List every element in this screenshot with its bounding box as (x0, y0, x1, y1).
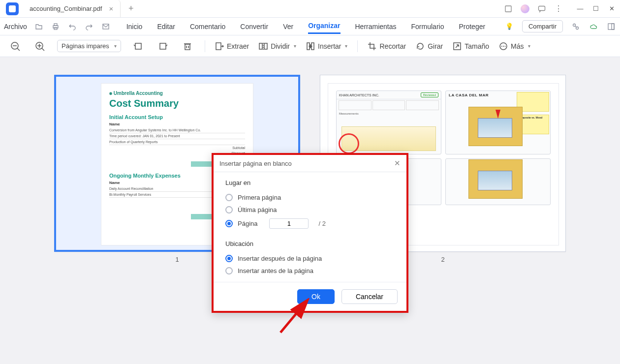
crop-button[interactable]: Recortar (368, 42, 406, 51)
p1-title: Cost Summary (109, 98, 245, 109)
app-icon (6, 2, 19, 15)
section-location: Ubicación (225, 240, 395, 247)
red-arrow-annotation (496, 110, 500, 119)
print-icon[interactable] (51, 22, 61, 31)
radio-icon-checked (225, 220, 233, 227)
mail-icon[interactable] (101, 22, 111, 31)
titlebar: accounting_Combinar.pdf × + ⋮ — ☐ ✕ (0, 0, 620, 18)
link-icon[interactable] (571, 22, 581, 31)
svg-point-6 (573, 24, 576, 26)
undo-icon[interactable] (67, 22, 77, 31)
document-tab[interactable]: accounting_Combinar.pdf × (23, 0, 121, 17)
workspace: ⎈ Umbrella Accounting Cost Summary Initi… (0, 57, 620, 364)
menu-ver[interactable]: Ver (283, 20, 293, 33)
svg-rect-8 (608, 24, 614, 30)
menu-convertir[interactable]: Convertir (240, 20, 268, 33)
radio-page-number[interactable]: Página / 2 (225, 216, 395, 231)
menu-items: Inicio Editar Comentario Convertir Ver O… (126, 19, 502, 34)
extract-button[interactable]: Extraer (215, 42, 249, 51)
svg-rect-18 (160, 43, 166, 49)
ok-button[interactable]: Ok (297, 289, 335, 304)
svg-rect-0 (505, 6, 511, 12)
svg-point-7 (576, 27, 579, 29)
svg-rect-25 (264, 43, 267, 49)
radio-insert-before[interactable]: Insertar antes de la página (225, 265, 395, 277)
insert-blank-page-dialog: Insertar página en blanco ✕ Lugar en Pri… (212, 153, 408, 313)
minimize-button[interactable]: — (576, 4, 585, 13)
p1-sub1: Initial Account Setup (109, 114, 245, 120)
menu-comentario[interactable]: Comentario (190, 20, 225, 33)
radio-icon (225, 206, 233, 213)
menu-formulario[interactable]: Formulario (411, 20, 444, 33)
zoom-in-button[interactable] (32, 39, 47, 54)
page-filter-value: Páginas impares (62, 42, 109, 50)
svg-rect-19 (185, 44, 190, 50)
insert-button[interactable]: Insertar▾ (306, 42, 347, 51)
more-button[interactable]: Más▾ (499, 42, 530, 51)
svg-rect-17 (135, 43, 141, 49)
tab-close-icon[interactable]: × (109, 4, 113, 13)
lightbulb-icon[interactable]: 💡 (504, 22, 514, 31)
user-avatar-icon[interactable] (521, 4, 529, 13)
radio-icon-checked (225, 255, 233, 262)
open-icon[interactable] (34, 22, 44, 31)
svg-rect-9 (612, 24, 614, 30)
menu-file[interactable]: Archivo (4, 20, 27, 33)
chevron-down-icon: ▾ (114, 43, 117, 49)
cancel-button[interactable]: Cancelar (341, 289, 398, 304)
radio-icon (225, 267, 233, 274)
page-number-2: 2 (441, 256, 444, 263)
rotate-button[interactable]: Girar (416, 42, 443, 51)
more-vert-icon[interactable]: ⋮ (554, 4, 563, 13)
redo-icon[interactable] (84, 22, 94, 31)
radio-insert-after[interactable]: Insertar después de la página (225, 252, 395, 265)
svg-point-34 (503, 46, 504, 47)
radio-first-page[interactable]: Primera página (225, 191, 395, 204)
dialog-close-button[interactable]: ✕ (394, 159, 401, 168)
svg-line-12 (17, 48, 20, 51)
panel-icon[interactable] (504, 4, 513, 13)
zoom-out-button[interactable] (8, 39, 23, 54)
menu-editar[interactable]: Editar (157, 20, 175, 33)
svg-point-33 (501, 46, 502, 47)
p1-company: ⎈ Umbrella Accounting (109, 91, 245, 96)
cloud-icon[interactable] (589, 22, 598, 31)
menu-inicio[interactable]: Inicio (126, 20, 143, 33)
chat-icon[interactable] (537, 4, 546, 13)
page-number-1: 1 (175, 256, 179, 263)
rotate-left-button[interactable] (131, 39, 146, 54)
svg-line-16 (42, 48, 44, 51)
size-button[interactable]: Tamaño (453, 42, 489, 51)
rotate-right-button[interactable] (155, 39, 170, 54)
section-place-in: Lugar en (225, 179, 395, 186)
toolbar: Páginas impares ▾ Extraer Dividir▾ Inser… (0, 35, 620, 57)
menubar: Archivo Inicio Editar Comentario Convert… (0, 18, 620, 35)
menu-herramientas[interactable]: Herramientas (355, 20, 397, 33)
svg-rect-24 (259, 43, 262, 49)
close-window-button[interactable]: ✕ (607, 4, 616, 13)
split-button[interactable]: Dividir▾ (259, 42, 296, 51)
page-number-input[interactable] (269, 218, 309, 229)
window-controls: — ☐ ✕ (576, 4, 616, 13)
titlebar-icons: ⋮ — ☐ ✕ (504, 4, 620, 13)
page-filter-select[interactable]: Páginas impares ▾ (57, 40, 121, 52)
svg-point-35 (505, 46, 506, 47)
menu-proteger[interactable]: Proteger (459, 20, 485, 33)
new-tab-button[interactable]: + (124, 1, 138, 16)
menu-organizar[interactable]: Organizar (308, 19, 340, 34)
share-button[interactable]: Compartir (522, 20, 563, 32)
svg-rect-4 (54, 28, 57, 30)
dialog-title: Insertar página en blanco (219, 160, 292, 167)
radio-last-page[interactable]: Última página (225, 204, 395, 216)
tab-title: accounting_Combinar.pdf (30, 5, 102, 12)
radio-icon (225, 194, 233, 201)
expand-icon[interactable] (606, 22, 616, 31)
maximize-button[interactable]: ☐ (591, 4, 600, 13)
svg-rect-1 (539, 6, 545, 10)
delete-button[interactable] (180, 39, 195, 54)
red-circle-annotation (339, 133, 359, 154)
svg-rect-5 (103, 24, 109, 29)
svg-rect-23 (216, 43, 221, 50)
svg-rect-3 (54, 24, 57, 26)
